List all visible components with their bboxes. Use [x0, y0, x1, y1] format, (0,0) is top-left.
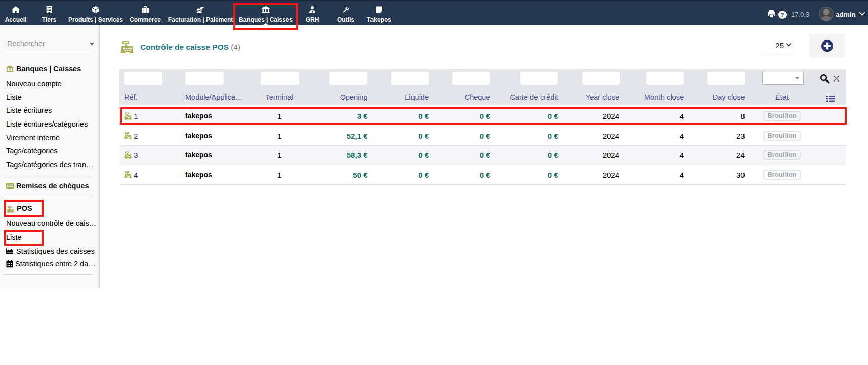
svg-text:?: ?: [780, 12, 784, 18]
